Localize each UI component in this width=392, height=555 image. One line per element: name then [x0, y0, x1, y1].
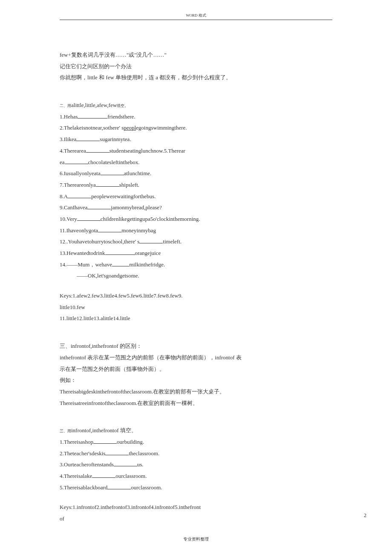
- q-text: egoingswimmingthere.: [136, 124, 187, 131]
- fill-blank[interactable]: [112, 261, 129, 266]
- fill-blank[interactable]: [105, 249, 135, 255]
- section-words: infrontof,inthefrontof 填空。: [71, 427, 137, 434]
- exercise-item: 7.Thereareonlyashipsleft.: [60, 180, 332, 191]
- fill-blank[interactable]: [93, 438, 117, 444]
- q-text: chocolatesleftinthebox.: [88, 159, 140, 165]
- q-text: 13.Hewantedtodrink: [60, 250, 105, 256]
- q-text: ourbuilding.: [117, 439, 144, 445]
- exercise-item: eachocolatesleftinthebox.: [60, 157, 332, 168]
- exercise-item: 3.Ilikeasugarinmytea.: [60, 134, 332, 145]
- q-text: 1.Thereisashop: [60, 439, 93, 445]
- section-prefix: 二、用: [60, 104, 71, 108]
- keys-line: Keys:1.afew2.few3.little4.few5.few6.litt…: [60, 291, 332, 301]
- exercise-item: 4.Thereareastudentseatinglunchnow.5.Ther…: [60, 146, 332, 156]
- section-suffix: 填空。: [117, 104, 128, 108]
- exercise-item: 9.CanIhaveajamonmybread,please?: [60, 202, 332, 213]
- exercise-item: ——OK,let'sgoandgetsome.: [60, 271, 332, 281]
- page-footer: 专业资料整理: [0, 536, 392, 542]
- fill-blank[interactable]: [78, 113, 107, 119]
- fill-blank[interactable]: [98, 227, 121, 232]
- q-text: timeleft.: [163, 238, 182, 245]
- exercise-item: 12..Youhavetohurrytoschool,there' stimel…: [60, 237, 332, 247]
- fill-blank[interactable]: [96, 181, 119, 187]
- q-text: 10.Very: [60, 216, 77, 222]
- exercise-item: 1.Hehasfriendsthere.: [60, 112, 332, 122]
- exercise-item: 2.Thelakeisnotnear,sothere' speoplegoing…: [60, 123, 332, 133]
- q-text: 3.Ilikea: [60, 136, 76, 142]
- q-underline: peopl: [124, 124, 136, 131]
- exercise-item: 13.Hewantedtodrinkorangejuice: [60, 248, 332, 259]
- q-text: 6.Iusuallyonlyeata: [60, 170, 101, 176]
- fill-blank[interactable]: [114, 461, 137, 466]
- section-prefix: 三、用: [60, 429, 71, 433]
- q-text: childrenlikegettingupa5o'clockinthemorni…: [101, 216, 200, 222]
- q-text: 4.Thereisalake: [60, 473, 92, 479]
- q-text: 9.CanIhavea: [60, 204, 87, 211]
- fill-blank[interactable]: [86, 147, 110, 153]
- fill-blank[interactable]: [65, 159, 88, 164]
- keys-line: Keys:1.infrontof2.inthefrontof3.infronto…: [60, 502, 332, 513]
- exercise-item: 8.Apeoplewerewaitingforthebus.: [60, 191, 332, 202]
- exercise-item: 14.——Mum，wehavemilkinthefridge.: [60, 260, 332, 270]
- q-text: us.: [137, 461, 144, 468]
- section3-desc: inthefrontof 表示在某一范围之内的前部（在事物内部的前面），infr…: [60, 353, 332, 363]
- example-label: 例如：: [60, 375, 332, 386]
- q-text: theclassroom.: [129, 450, 159, 457]
- q-text: 14.——Mum，wehave: [60, 261, 112, 268]
- q-text: 8.A: [60, 193, 68, 199]
- q-text: ea: [60, 159, 65, 165]
- q-text: shipsleft.: [119, 182, 139, 188]
- q-text: sugarinmytea.: [100, 136, 131, 142]
- page-number: 2: [364, 512, 366, 519]
- section3-title: 三、infrontof,inthefrontof 的区别：: [60, 341, 332, 352]
- q-text: atlunchtime.: [124, 170, 152, 176]
- q-text: 2.Theteacher'sdeskis: [60, 450, 105, 457]
- q-text: jamonmybread,please?: [111, 204, 161, 211]
- q-text: milkinthefridge.: [129, 261, 165, 268]
- example-line: Thereisabigdeskinthefrontoftheclassroom.…: [60, 387, 332, 397]
- keys-line: little10.few: [60, 302, 332, 313]
- page-header: WORD 格式: [60, 13, 332, 20]
- q-text: ourclassroom.: [115, 473, 147, 479]
- q-text: peoplewerewaitingforthebus.: [91, 193, 156, 199]
- exercise-item: 10.Verychildrenlikegettingupa5o'clockint…: [60, 214, 332, 225]
- q-text: 11.Ihaveonlygota: [60, 227, 98, 234]
- q-text: 4.Therearea: [60, 147, 86, 154]
- q-text: 2.Thelakeisnotnear,sothere' s: [60, 124, 124, 131]
- intro-line: 记住它们之间区别的一个办法: [60, 61, 332, 72]
- q-text: orangejuice: [135, 250, 161, 256]
- intro-line: 你就想啊，little 和 few 单独使用时，连 a 都没有，都少到什么程度了…: [60, 72, 332, 83]
- q-text: 12..Youhavetohurrytoschool,there' s: [60, 238, 139, 245]
- q-text: moneyinmybag: [121, 227, 156, 234]
- section2-header: 二、用alittle,little,afew,few填空。: [60, 100, 332, 111]
- fill-blank[interactable]: [68, 193, 91, 198]
- exercise-item: 4.Thereisalakeourclassroom.: [60, 471, 332, 482]
- section3b-header: 三、用infrontof,inthefrontof 填空。: [60, 425, 332, 436]
- q-text: 5.Thereisablackboard: [60, 484, 107, 491]
- fill-blank[interactable]: [107, 484, 131, 489]
- exercise-item: 5.Thereisablackboardourclassroom.: [60, 483, 332, 493]
- fill-blank[interactable]: [101, 170, 124, 175]
- q-text: friendsthere.: [107, 113, 135, 120]
- section3-desc: 示在某一范围之外的前面（指事物外面）。: [60, 364, 332, 375]
- fill-blank[interactable]: [87, 204, 111, 209]
- q-text: ourclassroom.: [131, 484, 162, 491]
- exercise-item: 6.Iusuallyonlyeataatlunchtime.: [60, 168, 332, 179]
- fill-blank[interactable]: [77, 215, 101, 221]
- document-page: WORD 格式 few+复数名词几乎没有……"或"没几个……" 记住它们之间区别…: [0, 0, 392, 555]
- fill-blank[interactable]: [105, 450, 129, 455]
- exercise-item: 3.Ourteacheroftenstandsus.: [60, 460, 332, 470]
- exercise-item: 1.Thereisashopourbuilding.: [60, 437, 332, 448]
- q-text: 1.Hehas: [60, 113, 78, 120]
- example-line: Thereisatreeinfrontoftheclassroom.在教室的前面…: [60, 398, 332, 409]
- fill-blank[interactable]: [139, 238, 163, 243]
- fill-blank[interactable]: [92, 472, 115, 478]
- q-text: 3.Ourteacheroftenstands: [60, 461, 114, 468]
- fill-blank[interactable]: [76, 136, 100, 141]
- exercise-item: 2.Theteacher'sdeskistheclassroom.: [60, 448, 332, 459]
- document-content: few+复数名词几乎没有……"或"没几个……" 记住它们之间区别的一个办法 你就…: [60, 50, 332, 524]
- q-text: 7.Thereareonlya: [60, 182, 96, 188]
- keys-line: of: [60, 514, 332, 524]
- keys-line: 11.little12.little13.alittle14.little: [60, 313, 332, 324]
- exercise-item: 11.Ihaveonlygotamoneyinmybag: [60, 225, 332, 236]
